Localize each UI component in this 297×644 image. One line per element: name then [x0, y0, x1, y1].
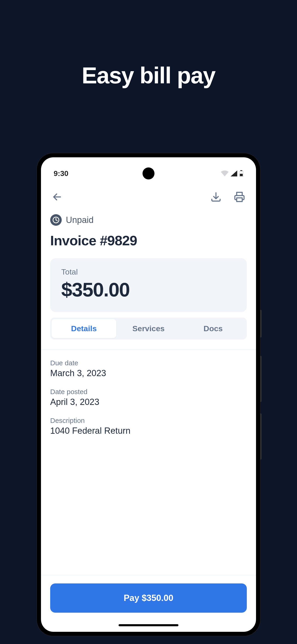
total-card: Total $350.00: [50, 258, 247, 312]
detail-date-posted: Date posted April 3, 2023: [50, 388, 247, 407]
clock-icon: [50, 214, 62, 226]
total-amount: $350.00: [61, 278, 236, 301]
phone-frame: 9:30: [37, 153, 260, 636]
download-icon: [210, 200, 222, 203]
invoice-status: Unpaid: [66, 215, 94, 225]
app-header: [41, 183, 256, 212]
invoice-status-row: Unpaid: [50, 214, 247, 226]
spacer: [50, 446, 247, 575]
pay-button[interactable]: Pay $350.00: [50, 584, 247, 613]
detail-label: Description: [50, 417, 247, 424]
status-icons: [221, 170, 243, 177]
wifi-icon: [221, 170, 228, 176]
status-time: 9:30: [54, 169, 68, 178]
print-button[interactable]: [232, 190, 247, 205]
volume-up-button: [260, 310, 262, 338]
battery-icon: [239, 170, 243, 177]
detail-due-date: Due date March 3, 2023: [50, 359, 247, 378]
total-label: Total: [61, 268, 236, 276]
footer-divider: [41, 575, 256, 575]
printer-icon: [234, 200, 245, 203]
power-button: [260, 414, 262, 460]
camera-notch: [142, 168, 154, 180]
phone-screen: 9:30: [41, 157, 256, 632]
tab-docs[interactable]: Docs: [181, 319, 246, 338]
home-indicator[interactable]: [118, 624, 178, 626]
svg-rect-5: [237, 198, 242, 202]
tab-services[interactable]: Services: [116, 319, 181, 338]
detail-value: March 3, 2023: [50, 368, 247, 378]
arrow-left-icon: [52, 199, 62, 203]
signal-icon: [230, 170, 237, 176]
invoice-title: Invoice #9829: [50, 233, 247, 248]
tabs: Details Services Docs: [50, 318, 247, 340]
marketing-headline: Easy bill pay: [82, 62, 215, 89]
detail-value: 1040 Federal Return: [50, 426, 247, 436]
tab-details[interactable]: Details: [52, 319, 116, 338]
back-button[interactable]: [50, 190, 64, 204]
detail-label: Date posted: [50, 388, 247, 396]
detail-label: Due date: [50, 359, 247, 367]
download-button[interactable]: [208, 190, 223, 205]
details-list: Due date March 3, 2023 Date posted April…: [50, 359, 247, 446]
volume-down-button: [260, 356, 262, 402]
detail-description: Description 1040 Federal Return: [50, 417, 247, 436]
svg-rect-2: [240, 174, 243, 176]
detail-value: April 3, 2023: [50, 397, 247, 407]
content: Unpaid Invoice #9829 Total $350.00 Detai…: [41, 212, 256, 624]
